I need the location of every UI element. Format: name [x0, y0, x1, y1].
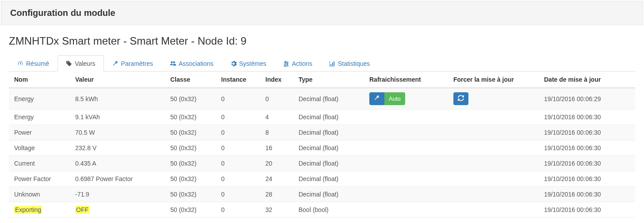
cell-date: 19/10/2016 00:06:30 [540, 110, 635, 125]
cell-rafraichissement [365, 140, 449, 156]
col-instance: Instance [217, 72, 261, 88]
module-header: Configuration du module [1, 1, 643, 25]
cell-nom: Power [9, 125, 71, 140]
cell-type: Decimal (float) [294, 187, 365, 202]
cell-rafraichissement [365, 187, 449, 202]
table-row: Voltage232.8 V50 (0x32)016Decimal (float… [9, 140, 635, 156]
cogs-icon [230, 60, 237, 67]
col-type: Type [294, 72, 365, 88]
cell-nom: Unknown [9, 187, 71, 202]
cell-classe: 50 (0x32) [166, 171, 217, 187]
bar-chart-icon [329, 60, 335, 67]
page-title: ZMNHTDx Smart meter - Smart Meter - Node… [9, 35, 635, 47]
cell-forcer [449, 171, 540, 187]
cell-rafraichissement [365, 156, 449, 171]
cell-forcer [449, 110, 540, 125]
refresh-icon [458, 95, 464, 102]
cell-instance: 0 [217, 88, 261, 110]
tab-valeurs[interactable]: Valeurs [58, 55, 104, 72]
cell-index: 28 [261, 187, 294, 202]
cell-rafraichissement [365, 125, 449, 140]
wrench-icon [374, 95, 380, 102]
table-row: Power Factor0.6987 Power Factor50 (0x32)… [9, 171, 635, 187]
cell-valeur: 70.5 W [71, 125, 166, 140]
tab-label: Systèmes [239, 60, 266, 67]
cell-index: 4 [261, 110, 294, 125]
cell-classe: 50 (0x32) [166, 110, 217, 125]
cell-forcer [449, 202, 540, 218]
wrench-icon [112, 60, 119, 67]
col-forcer: Forcer la mise à jour [449, 72, 540, 88]
col-date: Date de mise à jour [540, 72, 635, 88]
tab-parametres[interactable]: Paramètres [104, 55, 161, 72]
tab-associations[interactable]: Associations [161, 55, 222, 72]
cell-nom: Energy [9, 88, 71, 110]
cell-nom: Voltage [9, 140, 71, 156]
cell-instance: 0 [217, 187, 261, 202]
cell-valeur: -71.9 [71, 187, 166, 202]
tab-systemes[interactable]: Systèmes [222, 55, 275, 72]
cell-forcer [449, 88, 540, 110]
cell-classe: 50 (0x32) [166, 156, 217, 171]
table-row: Power70.5 W50 (0x32)08Decimal (float)19/… [9, 125, 635, 140]
users-icon [170, 60, 176, 67]
cell-classe: 50 (0x32) [166, 202, 217, 218]
cell-forcer [449, 156, 540, 171]
cell-classe: 50 (0x32) [166, 140, 217, 156]
cell-type: Decimal (float) [294, 156, 365, 171]
cell-type: Decimal (float) [294, 110, 365, 125]
cell-instance: 0 [217, 202, 261, 218]
cell-valeur: 0.6987 Power Factor [71, 171, 166, 187]
force-update-button[interactable] [453, 92, 468, 105]
tab-actions[interactable]: Actions [275, 55, 321, 72]
tab-label: Paramètres [121, 60, 153, 67]
tab-label: Résumé [26, 60, 49, 67]
cell-rafraichissement [365, 202, 449, 218]
cell-forcer [449, 187, 540, 202]
table-row: Energy9.1 kVAh50 (0x32)04Decimal (float)… [9, 110, 635, 125]
cell-valeur: 0.435 A [71, 156, 166, 171]
cell-rafraichissement [365, 171, 449, 187]
cell-type: Decimal (float) [294, 171, 365, 187]
cell-index: 32 [261, 202, 294, 218]
tab-label: Actions [292, 60, 312, 67]
cell-valeur: OFF [71, 202, 166, 218]
tab-label: Valeurs [75, 60, 95, 67]
cell-classe: 50 (0x32) [166, 88, 217, 110]
tab-statistiques[interactable]: Statistiques [321, 55, 378, 72]
cell-nom: Energy [9, 110, 71, 125]
cell-date: 19/10/2016 00:06:30 [540, 187, 635, 202]
tabs-nav: Résumé Valeurs Paramètres Associations [9, 55, 635, 72]
tab-label: Statistiques [338, 60, 370, 67]
module-title: Configuration du module [10, 8, 634, 18]
cell-type: Decimal (float) [294, 140, 365, 156]
table-row: Unknown-71.950 (0x32)028Decimal (float)1… [9, 187, 635, 202]
content-area: ZMNHTDx Smart meter - Smart Meter - Node… [0, 26, 644, 223]
tab-resume[interactable]: Résumé [9, 55, 58, 72]
cell-forcer [449, 125, 540, 140]
cell-type: Decimal (float) [294, 125, 365, 140]
cell-nom: Power Factor [9, 171, 71, 187]
cell-date: 19/10/2016 00:06:30 [540, 156, 635, 171]
tab-label: Associations [179, 60, 214, 67]
cell-rafraichissement [365, 110, 449, 125]
cell-nom: Current [9, 156, 71, 171]
values-table: Nom Valeur Classe Instance Index Type Ra… [9, 72, 635, 218]
cell-index: 24 [261, 171, 294, 187]
cell-index: 16 [261, 140, 294, 156]
cell-index: 8 [261, 125, 294, 140]
cell-index: 0 [261, 88, 294, 110]
cell-valeur: 9.1 kVAh [71, 110, 166, 125]
cell-classe: 50 (0x32) [166, 187, 217, 202]
col-rafraichissement: Rafraichissement [365, 72, 449, 88]
cell-rafraichissement: Auto [365, 88, 449, 110]
table-header-row: Nom Valeur Classe Instance Index Type Ra… [9, 72, 635, 88]
cell-nom: Exporting [9, 202, 71, 218]
cell-forcer [449, 140, 540, 156]
cell-instance: 0 [217, 140, 261, 156]
cell-valeur: 232.8 V [71, 140, 166, 156]
dashboard-icon [17, 60, 23, 67]
refresh-auto-button[interactable]: Auto [384, 92, 405, 105]
refresh-config-button[interactable] [369, 92, 384, 105]
cell-date: 19/10/2016 00:06:29 [540, 88, 635, 110]
